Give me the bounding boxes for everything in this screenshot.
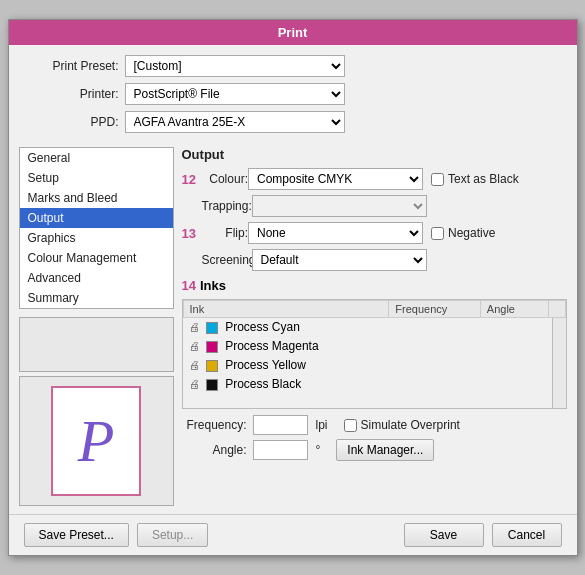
- save-preset-button[interactable]: Save Preset...: [24, 523, 129, 547]
- flip-label: Flip:: [198, 226, 248, 240]
- sidebar-item-output[interactable]: Output: [20, 208, 173, 228]
- ink-manager-button[interactable]: Ink Manager...: [336, 439, 434, 461]
- preview-letter: P: [78, 411, 115, 471]
- freq-angle-section: Frequency: lpi Simulate Overprint Angle:: [182, 415, 567, 461]
- colour-label: Colour:: [198, 172, 248, 186]
- magenta-swatch: [206, 341, 218, 353]
- inks-section-header: 14 Inks: [182, 276, 567, 297]
- sidebar-item-colour-management[interactable]: Colour Management: [20, 248, 173, 268]
- ink-cell-yellow: 🖨 Process Yellow: [183, 356, 511, 375]
- frequency-input[interactable]: [253, 415, 308, 435]
- table-row: 🖨 Process Yellow: [183, 356, 566, 375]
- save-button[interactable]: Save: [404, 523, 484, 547]
- sidebar-item-general[interactable]: General: [20, 148, 173, 168]
- sidebar-item-marks-bleed[interactable]: Marks and Bleed: [20, 188, 173, 208]
- table-row: 🖨 Process Magenta: [183, 337, 566, 356]
- trapping-label: Trapping:: [202, 199, 252, 213]
- inks-body-scroll[interactable]: 🖨 Process Cyan 🖨: [183, 318, 566, 408]
- inks-table: Ink Frequency Angle: [183, 300, 566, 318]
- sidebar-item-setup[interactable]: Setup: [20, 168, 173, 188]
- angle-unit: °: [316, 443, 321, 457]
- text-as-black-checkbox[interactable]: [431, 173, 444, 186]
- inks-title: Inks: [200, 278, 226, 293]
- preset-label: Print Preset:: [29, 59, 119, 73]
- flip-num: 13: [182, 226, 196, 241]
- trapping-select[interactable]: [252, 195, 427, 217]
- sidebar-item-advanced[interactable]: Advanced: [20, 268, 173, 288]
- simulate-overprint-container: Simulate Overprint: [344, 418, 460, 432]
- ppd-row: PPD: AGFA Avantra 25E-X: [29, 111, 557, 133]
- screening-select[interactable]: Default: [252, 249, 427, 271]
- angle-row: Angle: ° Ink Manager...: [182, 439, 567, 461]
- inks-table-header: Ink Frequency Angle: [183, 301, 565, 318]
- flip-select[interactable]: None: [248, 222, 423, 244]
- right-panel: Output 12 Colour: Composite CMYK Text as…: [182, 147, 567, 506]
- angle-col-header: Angle: [480, 301, 549, 318]
- printer-select[interactable]: PostScript® File: [125, 83, 345, 105]
- frequency-row: Frequency: lpi Simulate Overprint: [182, 415, 567, 435]
- content-area: General Setup Marks and Bleed Output Gra…: [9, 147, 577, 514]
- ink-name-magenta: Process Magenta: [225, 339, 318, 353]
- colour-num: 12: [182, 172, 196, 187]
- frequency-label: Frequency:: [182, 418, 247, 432]
- ppd-select[interactable]: AGFA Avantra 25E-X: [125, 111, 345, 133]
- cancel-button[interactable]: Cancel: [492, 523, 562, 547]
- ink-icon: 🖨: [189, 321, 200, 333]
- screening-row: Screening: Default: [182, 249, 567, 271]
- ink-name-cyan: Process Cyan: [225, 320, 300, 334]
- angle-input[interactable]: [253, 440, 308, 460]
- printer-label: Printer:: [29, 87, 119, 101]
- inks-body-table: 🖨 Process Cyan 🖨: [183, 318, 566, 394]
- ppd-label: PPD:: [29, 115, 119, 129]
- angle-label: Angle:: [182, 443, 247, 457]
- title-bar: Print: [9, 20, 577, 45]
- ink-freq-black: [510, 375, 538, 394]
- text-as-black-label[interactable]: Text as Black: [431, 172, 519, 186]
- sidebar-item-graphics[interactable]: Graphics: [20, 228, 173, 248]
- frequency-col-header: Frequency: [389, 301, 480, 318]
- preset-row: Print Preset: [Custom]: [29, 55, 557, 77]
- output-section-title: Output: [182, 147, 567, 162]
- ink-freq-cyan: [510, 318, 538, 337]
- preset-select[interactable]: [Custom]: [125, 55, 345, 77]
- frequency-unit: lpi: [316, 418, 328, 432]
- yellow-swatch: [206, 360, 218, 372]
- screening-label: Screening:: [202, 253, 252, 267]
- ink-freq-magenta: [510, 337, 538, 356]
- colour-row: 12 Colour: Composite CMYK Text as Black: [182, 168, 567, 190]
- sidebar-item-summary[interactable]: Summary: [20, 288, 173, 308]
- ink-icon: 🖨: [189, 378, 200, 390]
- ink-icon: 🖨: [189, 340, 200, 352]
- cyan-swatch: [206, 322, 218, 334]
- negative-checkbox[interactable]: [431, 227, 444, 240]
- trapping-row: Trapping:: [182, 195, 567, 217]
- nav-list: General Setup Marks and Bleed Output Gra…: [19, 147, 174, 309]
- table-row: 🖨 Process Cyan: [183, 318, 566, 337]
- setup-button[interactable]: Setup...: [137, 523, 208, 547]
- dialog-title: Print: [278, 25, 308, 40]
- ink-cell-cyan: 🖨 Process Cyan: [183, 318, 511, 337]
- flip-row: 13 Flip: None Negative: [182, 222, 567, 244]
- top-form: Print Preset: [Custom] Printer: PostScri…: [9, 45, 577, 147]
- ink-icon: 🖨: [189, 359, 200, 371]
- small-preview: [19, 317, 174, 372]
- ink-col-header: Ink: [183, 301, 389, 318]
- ink-name-yellow: Process Yellow: [225, 358, 306, 372]
- negative-label[interactable]: Negative: [431, 226, 495, 240]
- colour-select[interactable]: Composite CMYK: [248, 168, 423, 190]
- left-panel: General Setup Marks and Bleed Output Gra…: [19, 147, 174, 506]
- black-swatch: [206, 379, 218, 391]
- scroll-indicator[interactable]: [552, 318, 566, 408]
- print-dialog: Print Print Preset: [Custom] Printer: Po…: [8, 19, 578, 556]
- ink-freq-yellow: [510, 356, 538, 375]
- ink-cell-black: 🖨 Process Black: [183, 375, 511, 394]
- ink-cell-magenta: 🖨 Process Magenta: [183, 337, 511, 356]
- simulate-overprint-checkbox[interactable]: [344, 419, 357, 432]
- table-row: 🖨 Process Black: [183, 375, 566, 394]
- preview-inner: P: [51, 386, 141, 496]
- ink-manager-container: Ink Manager...: [336, 439, 434, 461]
- ink-name-black: Process Black: [225, 377, 301, 391]
- inks-num: 14: [182, 278, 196, 293]
- simulate-overprint-label[interactable]: Simulate Overprint: [344, 418, 460, 432]
- inks-section: 14 Inks Ink Frequency Angle: [182, 276, 567, 461]
